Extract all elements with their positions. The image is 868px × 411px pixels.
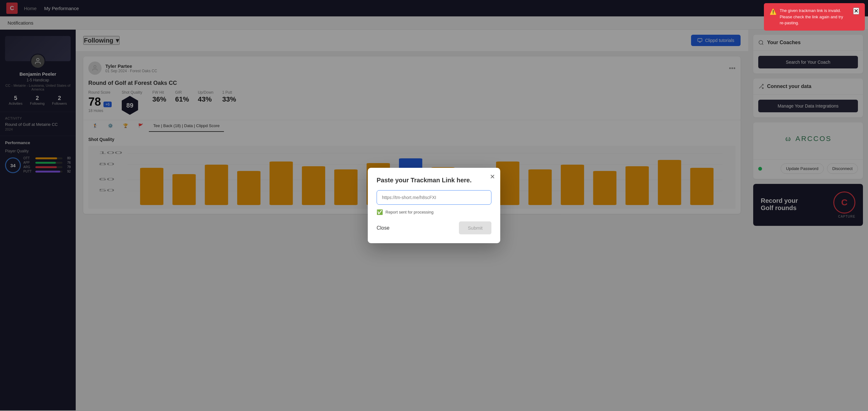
success-text: Report sent for processing bbox=[385, 210, 433, 215]
modal-title: Paste your Trackman Link here. bbox=[377, 177, 491, 184]
success-message: ✅ Report sent for processing bbox=[377, 209, 491, 215]
modal-submit-button[interactable]: Submit bbox=[459, 221, 491, 234]
toast-close-button[interactable]: ✕ bbox=[853, 7, 859, 14]
trackman-link-input[interactable] bbox=[377, 190, 491, 205]
error-message: The given trackman link is invalid. Plea… bbox=[780, 7, 847, 26]
check-circle-icon: ✅ bbox=[377, 209, 383, 215]
modal-overlay[interactable]: Paste your Trackman Link here. ✕ ✅ Repor… bbox=[0, 0, 868, 410]
modal-close-x-button[interactable]: ✕ bbox=[490, 173, 495, 181]
warning-icon: ⚠️ bbox=[770, 7, 777, 16]
error-toast: ⚠️ The given trackman link is invalid. P… bbox=[764, 3, 865, 31]
trackman-modal: Paste your Trackman Link here. ✕ ✅ Repor… bbox=[368, 168, 500, 243]
modal-actions: Close Submit bbox=[377, 221, 491, 234]
modal-close-button[interactable]: Close bbox=[377, 222, 390, 234]
